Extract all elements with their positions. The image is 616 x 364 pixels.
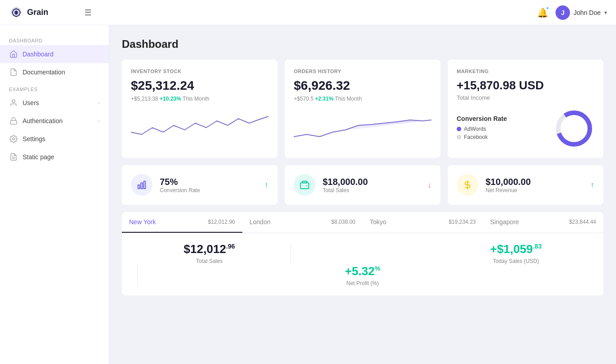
user-name: John Doe [574, 9, 601, 16]
divider-2 [137, 264, 138, 286]
dollar-icon [463, 180, 472, 190]
divider-1 [291, 242, 291, 264]
donut-chart [554, 108, 594, 149]
conversion-label: Conversion Rate [160, 187, 257, 194]
conversion-info: Conversion Rate AdWords Facebook [457, 115, 507, 142]
newyork-tab-value: $12,012.96 [208, 219, 235, 225]
up-arrow-icon-2: ↑ [590, 180, 594, 190]
legend-facebook: Facebook [457, 134, 507, 140]
dividers2 [133, 264, 286, 286]
city-net-profit-value: +5.32% [286, 264, 440, 278]
sidebar-dashboard-label: Dashboard [23, 51, 100, 58]
sidebar-item-dashboard[interactable]: Dashboard [0, 45, 109, 63]
logo-text: Grain [27, 8, 48, 17]
city-net-profit-label: Net Profit (%) [286, 280, 440, 286]
newyork-tab-name: New York [129, 218, 156, 226]
city-today-sales-label: Today Sales (USD) [439, 258, 593, 264]
city-tab-tokyo[interactable]: Tokyo $19,234.23 [363, 212, 483, 233]
sidebar-documentation-label: Documentation [23, 69, 100, 76]
orders-chart [294, 107, 431, 143]
sidebar-item-authentication[interactable]: Authentication › [0, 112, 109, 130]
sidebar-settings-label: Settings [23, 135, 100, 143]
orders-value: $6,926.32 [294, 78, 431, 93]
sidebar-item-users[interactable]: Users › [0, 94, 109, 112]
legend-adwords: AdWords [457, 126, 507, 132]
singapore-tab-value: $23,844.44 [569, 219, 596, 225]
city-stat-today-sales: +$1,059.83 Today Sales (USD) [439, 242, 593, 264]
london-tab-value: $8,038.00 [331, 219, 355, 225]
dashboard-icon [9, 50, 18, 59]
conversion-info-block: 75% Conversion Rate [160, 177, 257, 194]
inventory-delta-label: This Month [183, 96, 209, 102]
city-tabs-card: New York $12,012.96 London $8,038.00 Tok… [122, 212, 603, 295]
gear-icon [9, 134, 18, 143]
hamburger-icon[interactable]: ☰ [84, 8, 92, 18]
wallet-icon [300, 180, 310, 190]
marketing-sub: Total Income [457, 94, 594, 101]
city-tab-london[interactable]: London $8,038.00 [242, 212, 363, 233]
svg-rect-8 [141, 183, 143, 189]
sidebar-item-documentation[interactable]: Documentation [0, 63, 109, 81]
sales-icon-wrap [294, 174, 315, 196]
sidebar: Dashboard Dashboard Documenta [0, 25, 109, 364]
orders-sub: +$570.5 +2.31% This Month [294, 96, 431, 102]
notification-dot [546, 6, 549, 10]
sidebar-item-settings[interactable]: Settings [0, 130, 109, 148]
revenue-info-block: $10,000.00 Net Revenue [486, 177, 583, 194]
sidebar-section-examples: Examples [0, 83, 109, 94]
city-stats: $12,012.96 Total Sales +$1,059.83 Today … [122, 233, 603, 295]
marketing-card: MARKETING +15,870.98 USD Total Income Co… [448, 60, 603, 158]
chevron-right-icon: › [98, 100, 100, 106]
inventory-label: INVENTORY STOCK [131, 69, 269, 74]
sales-info-block: $18,000.00 Total Sales [323, 177, 420, 194]
adwords-label: AdWords [464, 126, 486, 132]
inventory-value: $25,312.24 [131, 78, 269, 93]
tokyo-tab-name: Tokyo [370, 218, 387, 226]
user-menu-button[interactable]: J John Doe ▾ [556, 5, 607, 20]
city-tab-singapore[interactable]: Singapore $23,844.44 [483, 212, 603, 233]
page-icon [9, 152, 18, 161]
sidebar-item-static-page[interactable]: Static page [0, 148, 109, 166]
city-tab-newyork[interactable]: New York $12,012.96 [122, 212, 242, 233]
city-total-sales-label: Total Sales [133, 258, 286, 264]
main-content: Dashboard INVENTORY STOCK $25,312.24 +$5… [109, 25, 616, 364]
chevron-down-icon: ▾ [604, 9, 607, 16]
city-total-sales-value: $12,012.96 [133, 242, 286, 256]
dividers [286, 242, 440, 264]
orders-label: ORDERS HISTORY [294, 69, 431, 74]
notifications-button[interactable]: 🔔 [537, 7, 548, 18]
sales-value: $18,000.00 [323, 177, 420, 187]
conversion-title: Conversion Rate [457, 115, 507, 122]
top-cards-row: INVENTORY STOCK $25,312.24 +$5,213.38 +1… [122, 60, 603, 158]
sales-label: Total Sales [323, 187, 420, 194]
city-tabs: New York $12,012.96 London $8,038.00 Tok… [122, 212, 603, 233]
svg-rect-10 [301, 183, 309, 189]
marketing-value: +15,870.98 USD [457, 78, 594, 92]
inventory-sub: +$5,213.38 +10.23% This Month [131, 96, 269, 102]
mini-card-revenue: $10,000.00 Net Revenue ↑ [448, 165, 603, 205]
user-icon [9, 98, 18, 107]
chevron-right-icon-2: › [98, 118, 100, 124]
city-today-sales-value: +$1,059.83 [439, 242, 593, 256]
logo-icon [9, 5, 23, 20]
doc-icon [9, 68, 18, 77]
sidebar-authentication-label: Authentication [23, 117, 93, 124]
app: Grain ☰ 🔔 J John Doe ▾ Dashboard [0, 0, 616, 364]
sidebar-section-dashboard: Dashboard [0, 34, 109, 45]
city-stat-net-profit: +5.32% Net Profit (%) [286, 264, 440, 286]
tokyo-tab-value: $19,234.23 [449, 219, 476, 225]
avatar: J [556, 5, 570, 20]
logo: Grain [9, 5, 48, 20]
main-layout: Dashboard Dashboard Documenta [0, 25, 616, 364]
london-tab-name: London [250, 218, 271, 226]
down-arrow-icon: ↓ [427, 180, 431, 190]
inventory-card: INVENTORY STOCK $25,312.24 +$5,213.38 +1… [122, 60, 278, 158]
svg-rect-7 [138, 185, 140, 189]
sidebar-static-page-label: Static page [23, 153, 100, 161]
facebook-label: Facebook [464, 134, 488, 140]
singapore-tab-name: Singapore [490, 218, 519, 226]
city-stat-total-sales: $12,012.96 Total Sales [133, 242, 286, 264]
inventory-chart [131, 107, 269, 143]
topbar-right: 🔔 J John Doe ▾ [537, 5, 607, 20]
conversion-icon-wrap [131, 174, 153, 196]
